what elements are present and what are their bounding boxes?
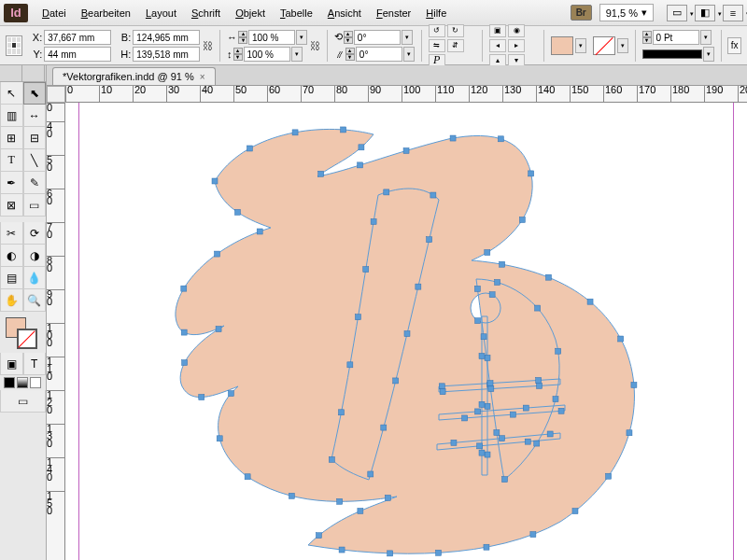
line-tool[interactable]: ╲: [23, 149, 47, 172]
direct-selection-tool[interactable]: ⬉: [23, 82, 47, 105]
menu-schrift[interactable]: Schrift: [185, 4, 227, 22]
svg-rect-89: [477, 443, 483, 449]
h-field[interactable]: 139,518 mm: [133, 47, 200, 62]
svg-rect-20: [572, 509, 578, 514]
close-tab-icon[interactable]: ×: [200, 72, 205, 82]
format-text-icon[interactable]: T: [23, 353, 47, 375]
menu-layout[interactable]: Layout: [139, 4, 183, 22]
stroke-style[interactable]: [642, 49, 702, 59]
zoom-tool[interactable]: 🔍: [23, 289, 47, 312]
arrange-icon[interactable]: ≡: [723, 5, 743, 21]
svg-rect-15: [587, 299, 593, 304]
gradient-swatch-tool[interactable]: ◐: [0, 245, 23, 267]
menu-ansicht[interactable]: Ansicht: [321, 4, 368, 22]
svg-rect-13: [500, 261, 505, 267]
toolbox-stroke-swatch[interactable]: [17, 329, 37, 349]
rotate-ccw-icon[interactable]: ↺: [429, 24, 445, 37]
shear-field[interactable]: 0°: [356, 47, 402, 62]
flip-h-icon[interactable]: ⇋: [429, 39, 445, 52]
ruler-origin[interactable]: [47, 86, 65, 103]
svg-rect-72: [479, 401, 485, 407]
canvas[interactable]: [65, 103, 747, 560]
scale-x-field[interactable]: 100 %: [248, 30, 295, 45]
toolbox: ↖ ⬉ ▥ ↔ ⊞ ⊟ T ╲ ✒ ✎ ⊠ ▭ ✂ ⟳ ◐ ◑ ▤ 💧 ✋ 🔍: [0, 65, 47, 560]
rect-tool[interactable]: ▭: [23, 194, 47, 217]
x-field[interactable]: 37,667 mm: [44, 30, 111, 45]
flip-v-icon[interactable]: ⇵: [447, 39, 464, 52]
note-tool[interactable]: ▤: [0, 267, 23, 289]
reference-point[interactable]: [6, 35, 22, 56]
svg-rect-53: [355, 315, 360, 320]
select-container-icon[interactable]: ▣: [489, 24, 506, 37]
sample-tool-2[interactable]: ⊟: [23, 127, 47, 149]
svg-rect-25: [339, 547, 345, 553]
scissors-tool[interactable]: ✂: [0, 222, 23, 245]
pencil-tool[interactable]: ✎: [23, 172, 47, 194]
svg-rect-14: [545, 274, 551, 280]
select-next-icon[interactable]: ▸: [508, 39, 525, 52]
selection-tool[interactable]: ↖: [0, 82, 23, 105]
flip-rotate-cluster: ↺ ↻ ⇋ ⇵ P: [429, 24, 476, 67]
svg-rect-29: [337, 498, 343, 504]
constrain-wh-icon[interactable]: ⛓: [203, 33, 213, 59]
menu-bearbeiten[interactable]: Bearbeiten: [75, 4, 137, 22]
selected-vector-glyph[interactable]: [159, 106, 663, 560]
select-content-icon[interactable]: ◉: [508, 24, 525, 37]
svg-rect-28: [385, 495, 390, 500]
zoom-dropdown[interactable]: 91,5 %▾: [599, 4, 654, 21]
menu-datei[interactable]: Datei: [35, 4, 73, 22]
rect-frame-tool[interactable]: ⊠: [0, 194, 23, 217]
type-tool[interactable]: T: [0, 149, 23, 172]
apply-color-icon[interactable]: [4, 377, 15, 388]
menu-hilfe[interactable]: Hilfe: [419, 4, 453, 22]
scale-y-icon: ↕: [227, 49, 233, 60]
w-field[interactable]: 124,965 mm: [133, 30, 200, 45]
gap-tool[interactable]: ↔: [23, 105, 47, 127]
horizontal-ruler[interactable]: 0102030405060708090100110120130140150160…: [65, 86, 747, 103]
svg-rect-40: [257, 229, 262, 234]
effects-icon[interactable]: fx: [727, 37, 741, 54]
view-mode-toggle[interactable]: ▭: [0, 390, 46, 413]
svg-rect-22: [484, 544, 489, 550]
svg-rect-18: [627, 430, 632, 436]
fill-swatch[interactable]: [551, 36, 573, 55]
stroke-dropdown[interactable]: ▾: [617, 38, 628, 53]
svg-rect-11: [519, 217, 525, 223]
document-tab[interactable]: *Vektorgrafiken.indd @ 91 % ×: [52, 67, 216, 85]
svg-rect-67: [489, 292, 495, 298]
fill-dropdown[interactable]: ▾: [575, 38, 586, 53]
view-options-icon[interactable]: ▭: [667, 5, 687, 21]
vertical-ruler[interactable]: 0405060708090100110120130140150: [47, 103, 65, 560]
hand-tool[interactable]: ✋: [0, 289, 23, 312]
constrain-scale-icon[interactable]: ⛓: [310, 33, 320, 59]
bridge-button[interactable]: Br: [571, 5, 592, 21]
svg-rect-24: [388, 551, 393, 556]
eyedropper-tool[interactable]: 💧: [23, 267, 47, 289]
sample-tool-1[interactable]: ⊞: [0, 127, 23, 149]
screen-mode-icon[interactable]: ◧: [695, 5, 715, 21]
svg-rect-1: [247, 146, 252, 151]
shear-icon: ⫽: [334, 49, 345, 60]
select-prev-icon[interactable]: ◂: [489, 39, 506, 52]
menu-fenster[interactable]: Fenster: [370, 4, 417, 22]
svg-rect-26: [316, 533, 321, 539]
gradient-feather-tool[interactable]: ◑: [23, 245, 47, 267]
apply-none-icon[interactable]: [30, 377, 41, 388]
rotate-field[interactable]: 0°: [354, 30, 401, 45]
menu-tabelle[interactable]: Tabelle: [274, 4, 319, 22]
svg-rect-83: [510, 412, 515, 417]
rotate-cw-icon[interactable]: ↻: [447, 24, 464, 37]
format-container-icon[interactable]: ▣: [0, 353, 23, 375]
svg-rect-77: [537, 383, 543, 388]
stroke-swatch[interactable]: [593, 36, 615, 55]
menu-objekt[interactable]: Objekt: [229, 4, 272, 22]
apply-gradient-icon[interactable]: [17, 377, 28, 388]
y-field[interactable]: 44 mm: [44, 47, 111, 62]
scale-y-field[interactable]: 100 %: [244, 47, 290, 62]
svg-rect-69: [485, 403, 490, 409]
pen-tool[interactable]: ✒: [0, 172, 23, 194]
page-tool[interactable]: ▥: [0, 105, 23, 127]
transform-tool[interactable]: ⟳: [23, 222, 47, 245]
stroke-weight-field[interactable]: 0 Pt: [653, 30, 699, 45]
svg-rect-6: [358, 162, 363, 168]
